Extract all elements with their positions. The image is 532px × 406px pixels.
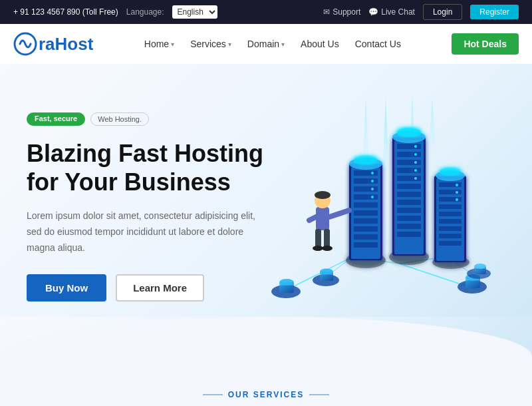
- svg-point-61: [414, 177, 417, 180]
- badge-fast: Fast, secure: [27, 112, 85, 126]
- svg-marker-1: [382, 97, 389, 177]
- svg-point-13: [279, 279, 294, 286]
- svg-rect-31: [354, 210, 378, 216]
- server-illustration-svg: [266, 97, 505, 317]
- nav-links: Home ▾ Services ▾ Domain ▾ About Us Cont…: [144, 39, 401, 49]
- svg-point-87: [322, 246, 332, 251]
- logo-icon: [13, 32, 37, 56]
- hero-description: Lorem ipsum dolor sit amet, consectetur …: [27, 208, 266, 256]
- services-dropdown-arrow: ▾: [228, 41, 231, 48]
- logo-text: raHost: [39, 34, 93, 55]
- login-button[interactable]: Login: [423, 4, 462, 20]
- svg-point-58: [414, 153, 417, 156]
- svg-point-36: [371, 172, 374, 174]
- svg-rect-51: [397, 192, 421, 197]
- svg-rect-53: [397, 208, 421, 213]
- svg-rect-30: [354, 202, 378, 208]
- svg-point-38: [371, 188, 374, 190]
- svg-rect-47: [397, 160, 421, 165]
- svg-rect-26: [354, 170, 378, 176]
- hero-badges: Fast, secure Web Hosting.: [27, 112, 266, 126]
- nav-link-about[interactable]: About Us: [301, 39, 339, 49]
- language-select[interactable]: English: [172, 5, 217, 19]
- nav-link-home[interactable]: Home ▾: [144, 39, 174, 49]
- support-link[interactable]: ✉ Support: [323, 7, 360, 17]
- svg-point-76: [456, 184, 458, 186]
- svg-line-88: [329, 210, 349, 217]
- svg-rect-56: [397, 232, 421, 237]
- nav-item-about[interactable]: About Us: [301, 39, 339, 49]
- svg-rect-72: [439, 219, 462, 224]
- svg-rect-44: [394, 140, 424, 254]
- svg-rect-34: [354, 234, 378, 240]
- phone-number: + 91 123 4567 890 (Toll Free): [13, 7, 118, 17]
- svg-rect-35: [354, 242, 378, 248]
- svg-point-41: [354, 156, 378, 165]
- support-icon: ✉: [323, 7, 330, 17]
- nav-item-contact[interactable]: Contact Us: [355, 39, 401, 49]
- svg-rect-55: [397, 224, 421, 229]
- svg-rect-84: [315, 229, 321, 248]
- svg-rect-74: [439, 234, 462, 238]
- hero-title: Blazing Fast Hosting for Your Business: [27, 139, 266, 196]
- svg-rect-54: [397, 216, 421, 221]
- hero-section: Fast, secure Web Hosting. Blazing Fast H…: [0, 64, 532, 317]
- svg-line-89: [309, 217, 316, 220]
- top-bar-right: ✉ Support 💬 Live Chat Login Register: [323, 4, 519, 20]
- chat-icon: 💬: [368, 7, 378, 17]
- nav-item-home[interactable]: Home ▾: [144, 39, 174, 49]
- hero-curve: [0, 317, 532, 357]
- svg-rect-33: [354, 226, 378, 232]
- svg-point-78: [456, 198, 458, 201]
- svg-point-83: [315, 191, 331, 199]
- svg-point-59: [414, 161, 417, 164]
- svg-rect-70: [439, 204, 462, 209]
- svg-rect-48: [397, 168, 421, 173]
- domain-dropdown-arrow: ▾: [281, 41, 285, 48]
- svg-point-39: [371, 196, 374, 198]
- section-label: OUR SERVICES: [27, 390, 505, 399]
- register-button[interactable]: Register: [470, 5, 519, 19]
- svg-rect-73: [439, 226, 462, 231]
- nav-link-services[interactable]: Services ▾: [190, 39, 231, 49]
- svg-point-77: [456, 191, 458, 194]
- svg-rect-28: [354, 186, 378, 192]
- svg-rect-52: [397, 200, 421, 205]
- hot-deals-button[interactable]: Hot Deals: [452, 33, 519, 55]
- hero-buttons: Buy Now Learn More: [27, 274, 266, 302]
- svg-rect-50: [397, 184, 421, 189]
- nav-link-domain[interactable]: Domain ▾: [247, 39, 285, 49]
- hero-illustration: [266, 97, 505, 317]
- svg-point-37: [371, 180, 374, 182]
- svg-point-22: [474, 264, 486, 269]
- svg-rect-46: [397, 152, 421, 157]
- svg-rect-29: [354, 194, 378, 200]
- main-nav: raHost Home ▾ Services ▾ Domain ▾ About …: [0, 24, 532, 64]
- svg-rect-32: [354, 218, 378, 224]
- svg-rect-27: [354, 178, 378, 184]
- svg-rect-75: [439, 241, 462, 246]
- svg-rect-45: [397, 144, 421, 149]
- svg-rect-71: [439, 212, 462, 216]
- top-bar: + 91 123 4567 890 (Toll Free) Language: …: [0, 0, 532, 24]
- nav-link-contact[interactable]: Contact Us: [355, 39, 401, 49]
- hero-content: Fast, secure Web Hosting. Blazing Fast H…: [27, 112, 266, 302]
- svg-point-16: [320, 269, 333, 275]
- svg-point-63: [397, 128, 421, 137]
- svg-rect-85: [324, 229, 330, 248]
- buy-now-button[interactable]: Buy Now: [27, 274, 106, 302]
- svg-point-80: [440, 168, 461, 176]
- logo[interactable]: raHost: [13, 32, 93, 56]
- nav-item-domain[interactable]: Domain ▾: [247, 39, 285, 49]
- svg-point-57: [414, 145, 417, 148]
- services-section: OUR SERVICES Businesses Solution of All …: [0, 357, 532, 406]
- top-bar-left: + 91 123 4567 890 (Toll Free) Language: …: [13, 5, 217, 19]
- svg-point-86: [313, 246, 323, 251]
- svg-point-60: [414, 169, 417, 172]
- learn-more-button[interactable]: Learn More: [116, 274, 204, 302]
- svg-rect-49: [397, 176, 421, 181]
- live-chat-link[interactable]: 💬 Live Chat: [368, 7, 415, 17]
- nav-item-services[interactable]: Services ▾: [190, 39, 231, 49]
- svg-marker-3: [428, 97, 436, 157]
- home-dropdown-arrow: ▾: [171, 41, 174, 48]
